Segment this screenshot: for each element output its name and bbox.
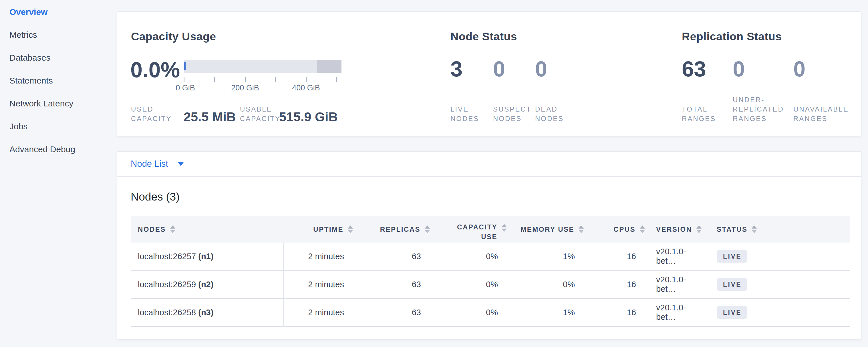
sort-icon [501, 224, 508, 232]
nodes-table-header: NODES UPTIME REPLICAS CAPACITY USE MEMOR… [131, 216, 850, 243]
cluster-overview-page: { "colors": { "accent": "#2b72e2", "gaug… [0, 0, 868, 347]
live-nodes-label: LIVE NODES [451, 104, 492, 123]
node-list-dropdown[interactable]: Node List [117, 152, 861, 177]
node-status-cell: LIVE [705, 278, 850, 291]
under-replicated-ranges-value: 0 [733, 57, 790, 81]
axis-label-400gib: 400 GiB [292, 84, 320, 92]
suspect-nodes-value: 0 [493, 57, 534, 81]
node-address[interactable]: localhost:26259 (n2) [131, 280, 283, 289]
node-cpus: 16 [585, 308, 646, 317]
total-ranges-stat: 63 TOTAL RANGES [682, 57, 725, 123]
usable-capacity-value: 515.9 GiB [279, 109, 338, 124]
axis-label-0gib: 0 GiB [176, 84, 195, 92]
node-memory-use: 1% [508, 252, 585, 261]
status-badge: LIVE [717, 278, 747, 291]
replication-status-title: Replication Status [682, 30, 782, 43]
column-header-capacity-use[interactable]: CAPACITY USE [431, 217, 508, 242]
nodes-table-title: Nodes (3) [131, 191, 180, 203]
column-header-memory-use[interactable]: MEMORY USE [508, 225, 585, 233]
capacity-gauge-used-marker [184, 62, 186, 70]
column-header-nodes[interactable]: NODES [131, 225, 283, 233]
sort-icon [347, 225, 354, 233]
under-replicated-ranges-label: UNDER-REPLICATED RANGES [733, 95, 790, 123]
capacity-gauge-reserved-segment [317, 60, 341, 73]
sort-icon [695, 225, 703, 233]
node-list-dropdown-label: Node List [131, 159, 168, 169]
node-replicas: 63 [354, 252, 431, 261]
sort-icon [751, 225, 757, 233]
node-address[interactable]: localhost:26258 (n3) [131, 308, 283, 317]
sidebar-item-jobs[interactable]: Jobs [9, 115, 113, 138]
node-version: v20.1.0-bet… [646, 247, 705, 266]
sidebar-item-network-latency[interactable]: Network Latency [9, 92, 113, 115]
under-replicated-ranges-stat: 0 UNDER-REPLICATED RANGES [733, 57, 790, 123]
unavailable-ranges-value: 0 [793, 57, 856, 81]
column-header-status[interactable]: STATUS [705, 225, 850, 233]
node-status-cell: LIVE [705, 306, 850, 319]
dead-nodes-label: DEAD NODES [535, 104, 577, 123]
nodes-table: NODES UPTIME REPLICAS CAPACITY USE MEMOR… [131, 216, 850, 327]
capacity-percent-value: 0.0% [130, 57, 180, 82]
node-cpus: 16 [585, 252, 646, 261]
suspect-nodes-label: SUSPECT NODES [493, 104, 534, 123]
axis-label-200gib: 200 GiB [231, 84, 259, 92]
unavailable-ranges-stat: 0 UNAVAILABLE RANGES [793, 57, 856, 123]
table-row[interactable]: localhost:26257 (n1) 2 minutes 63 0% 1% … [131, 243, 850, 271]
capacity-gauge-axis-labels: 0 GiB 200 GiB 400 GiB [184, 84, 341, 93]
live-nodes-stat: 3 LIVE NODES [451, 57, 492, 123]
node-replicas: 63 [354, 280, 431, 289]
total-ranges-label: TOTAL RANGES [682, 104, 725, 123]
live-nodes-value: 3 [451, 57, 492, 81]
sort-icon [578, 225, 585, 233]
sidebar-item-advanced-debug[interactable]: Advanced Debug [9, 138, 113, 161]
total-ranges-value: 63 [682, 57, 725, 81]
sort-icon [424, 225, 431, 233]
cluster-summary-card: Capacity Usage 0.0% 0 GiB 200 GiB 400 Gi… [117, 11, 861, 136]
node-capacity-use: 0% [431, 308, 508, 317]
node-replicas: 63 [354, 308, 431, 317]
sidebar-item-databases[interactable]: Databases [9, 46, 113, 69]
column-header-cpus[interactable]: CPUS [585, 225, 646, 233]
node-status-title: Node Status [451, 30, 517, 43]
sidebar-item-statements[interactable]: Statements [9, 69, 113, 92]
node-version: v20.1.0-bet… [646, 303, 705, 322]
node-status-cell: LIVE [705, 250, 850, 263]
capacity-gauge: 0 GiB 200 GiB 400 GiB [184, 60, 341, 93]
node-uptime: 2 minutes [283, 280, 354, 289]
capacity-gauge-ticks [184, 77, 341, 82]
status-badge: LIVE [717, 306, 747, 319]
chevron-down-icon [178, 162, 184, 166]
node-uptime: 2 minutes [283, 308, 354, 317]
table-column-divider [283, 243, 284, 327]
table-row[interactable]: localhost:26258 (n3) 2 minutes 63 0% 1% … [131, 298, 850, 327]
dead-nodes-stat: 0 DEAD NODES [535, 57, 577, 123]
node-capacity-use: 0% [431, 252, 508, 261]
unavailable-ranges-label: UNAVAILABLE RANGES [793, 104, 856, 123]
node-version: v20.1.0-bet… [646, 275, 705, 294]
sort-icon [639, 225, 646, 233]
node-memory-use: 0% [508, 280, 585, 289]
node-cpus: 16 [585, 280, 646, 289]
node-capacity-use: 0% [431, 280, 508, 289]
status-badge: LIVE [717, 250, 747, 263]
sidebar-item-metrics[interactable]: Metrics [9, 24, 113, 46]
node-list-card: Node List Nodes (3) NODES UPTIME REPLICA… [117, 151, 861, 340]
column-header-replicas[interactable]: REPLICAS [354, 225, 431, 233]
used-capacity-value: 25.5 MiB [184, 109, 236, 124]
sort-icon [169, 225, 176, 233]
node-address[interactable]: localhost:26257 (n1) [131, 252, 283, 261]
node-memory-use: 1% [508, 308, 585, 317]
dead-nodes-value: 0 [535, 57, 577, 81]
sidebar-item-overview[interactable]: Overview [9, 1, 113, 24]
node-uptime: 2 minutes [283, 252, 354, 261]
sidebar: Overview Metrics Databases Statements Ne… [9, 1, 113, 161]
table-row[interactable]: localhost:26259 (n2) 2 minutes 63 0% 0% … [131, 271, 850, 298]
column-header-uptime[interactable]: UPTIME [283, 225, 354, 233]
used-capacity-label: USED CAPACITY [131, 104, 180, 123]
capacity-gauge-bar [184, 60, 341, 73]
column-header-version[interactable]: VERSION [646, 225, 705, 233]
suspect-nodes-stat: 0 SUSPECT NODES [493, 57, 534, 123]
capacity-usage-title: Capacity Usage [131, 30, 216, 43]
